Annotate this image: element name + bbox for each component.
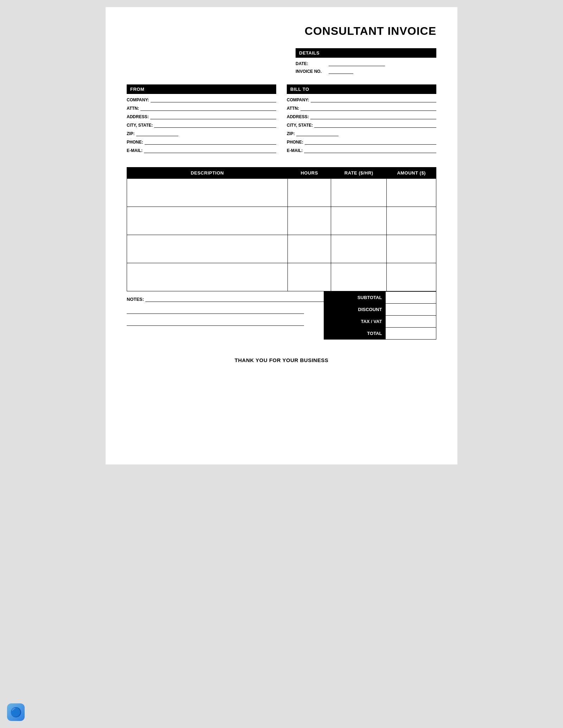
total-value[interactable] bbox=[386, 328, 436, 340]
from-phone-field[interactable] bbox=[145, 140, 276, 145]
from-phone-row: PHONE: bbox=[127, 140, 276, 145]
from-zip-label: ZIP: bbox=[127, 131, 135, 136]
notes-area: NOTES: bbox=[127, 291, 324, 340]
desc-cell-2[interactable] bbox=[127, 207, 288, 235]
rate-cell-2[interactable] bbox=[331, 207, 387, 235]
totals-area: SUBTOTAL DISCOUNT TAX / VAT TOTAL bbox=[324, 291, 436, 340]
notes-row: NOTES: bbox=[127, 297, 324, 302]
billto-company-label: COMPANY: bbox=[287, 97, 309, 102]
from-address-field[interactable] bbox=[150, 114, 276, 119]
billto-phone-field[interactable] bbox=[305, 140, 436, 145]
table-row bbox=[127, 207, 436, 235]
from-city-state-row: CITY, STATE: bbox=[127, 123, 276, 128]
notes-extra bbox=[127, 309, 324, 326]
from-email-label: E-MAIL: bbox=[127, 148, 143, 153]
billto-header: BILL TO bbox=[287, 84, 436, 94]
subtotal-value[interactable] bbox=[386, 292, 436, 304]
totals-table: SUBTOTAL DISCOUNT TAX / VAT TOTAL bbox=[324, 291, 436, 340]
finder-icon[interactable]: 🔵 bbox=[7, 703, 25, 721]
bottom-section: NOTES: SUBTOTAL DISCOUNT TAX / VAT bbox=[127, 291, 436, 340]
from-email-field[interactable] bbox=[144, 148, 276, 153]
hours-cell-3[interactable] bbox=[288, 235, 331, 263]
billto-phone-label: PHONE: bbox=[287, 140, 303, 145]
table-row bbox=[127, 263, 436, 291]
table-row bbox=[127, 179, 436, 207]
billto-city-state-row: CITY, STATE: bbox=[287, 123, 436, 128]
from-company-label: COMPANY: bbox=[127, 97, 149, 102]
col-amount: AMOUNT ($) bbox=[387, 167, 436, 179]
extra-line-1[interactable] bbox=[127, 309, 304, 314]
amount-cell-1[interactable] bbox=[387, 179, 436, 207]
billto-email-row: E-MAIL: bbox=[287, 148, 436, 153]
from-company-row: COMPANY: bbox=[127, 97, 276, 102]
from-email-row: E-MAIL: bbox=[127, 148, 276, 153]
from-attn-field[interactable] bbox=[140, 106, 276, 111]
notes-label-text: NOTES: bbox=[127, 297, 144, 302]
from-company-field[interactable] bbox=[151, 97, 276, 102]
from-billto-section: FROM COMPANY: ATTN: ADDRESS: CITY, STATE… bbox=[127, 84, 436, 157]
total-row: TOTAL bbox=[324, 328, 436, 340]
date-field[interactable] bbox=[329, 61, 385, 66]
from-address-row: ADDRESS: bbox=[127, 114, 276, 119]
desc-cell-1[interactable] bbox=[127, 179, 288, 207]
from-attn-label: ATTN: bbox=[127, 106, 139, 111]
notes-field[interactable] bbox=[145, 297, 324, 302]
date-label: DATE: bbox=[296, 61, 327, 66]
desc-cell-3[interactable] bbox=[127, 235, 288, 263]
table-row bbox=[127, 235, 436, 263]
hours-cell-4[interactable] bbox=[288, 263, 331, 291]
invoice-title: CONSULTANT INVOICE bbox=[127, 25, 436, 38]
subtotal-row: SUBTOTAL bbox=[324, 292, 436, 304]
subtotal-label: SUBTOTAL bbox=[324, 292, 386, 304]
discount-value[interactable] bbox=[386, 304, 436, 316]
amount-cell-2[interactable] bbox=[387, 207, 436, 235]
billto-zip-label: ZIP: bbox=[287, 131, 295, 136]
billto-phone-row: PHONE: bbox=[287, 140, 436, 145]
amount-cell-4[interactable] bbox=[387, 263, 436, 291]
invoice-table: DESCRIPTION HOURS RATE ($/HR) AMOUNT ($) bbox=[127, 167, 436, 291]
billto-column: BILL TO COMPANY: ATTN: ADDRESS: CITY, ST… bbox=[287, 84, 436, 157]
col-hours: HOURS bbox=[288, 167, 331, 179]
rate-cell-4[interactable] bbox=[331, 263, 387, 291]
extra-line-2[interactable] bbox=[127, 321, 304, 326]
from-city-state-field[interactable] bbox=[154, 123, 276, 128]
thank-you-text: THANK YOU FOR YOUR BUSINESS bbox=[127, 357, 436, 363]
total-label: TOTAL bbox=[324, 328, 386, 340]
from-address-label: ADDRESS: bbox=[127, 114, 149, 119]
invoice-no-field[interactable] bbox=[329, 69, 353, 74]
billto-address-label: ADDRESS: bbox=[287, 114, 309, 119]
invoice-page: CONSULTANT INVOICE DETAILS DATE: INVOICE… bbox=[106, 7, 457, 464]
details-header: DETAILS bbox=[296, 48, 436, 58]
billto-zip-field[interactable] bbox=[296, 131, 339, 136]
tax-label: TAX / VAT bbox=[324, 316, 386, 328]
billto-email-field[interactable] bbox=[304, 148, 436, 153]
from-zip-field[interactable] bbox=[136, 131, 178, 136]
discount-label: DISCOUNT bbox=[324, 304, 386, 316]
from-city-state-label: CITY, STATE: bbox=[127, 123, 153, 128]
desc-cell-4[interactable] bbox=[127, 263, 288, 291]
billto-attn-field[interactable] bbox=[301, 106, 436, 111]
discount-row: DISCOUNT bbox=[324, 304, 436, 316]
billto-address-row: ADDRESS: bbox=[287, 114, 436, 119]
tax-row: TAX / VAT bbox=[324, 316, 436, 328]
hours-cell-2[interactable] bbox=[288, 207, 331, 235]
billto-email-label: E-MAIL: bbox=[287, 148, 303, 153]
amount-cell-3[interactable] bbox=[387, 235, 436, 263]
billto-attn-row: ATTN: bbox=[287, 106, 436, 111]
from-attn-row: ATTN: bbox=[127, 106, 276, 111]
billto-city-state-field[interactable] bbox=[314, 123, 436, 128]
tax-value[interactable] bbox=[386, 316, 436, 328]
billto-company-field[interactable] bbox=[311, 97, 436, 102]
rate-cell-1[interactable] bbox=[331, 179, 387, 207]
billto-address-field[interactable] bbox=[310, 114, 436, 119]
from-header: FROM bbox=[127, 84, 276, 94]
billto-attn-label: ATTN: bbox=[287, 106, 299, 111]
hours-cell-1[interactable] bbox=[288, 179, 331, 207]
date-row: DATE: bbox=[296, 61, 436, 66]
col-description: DESCRIPTION bbox=[127, 167, 288, 179]
invoice-no-label: INVOICE NO. bbox=[296, 69, 327, 74]
from-phone-label: PHONE: bbox=[127, 140, 143, 145]
invoice-no-row: INVOICE NO. bbox=[296, 69, 436, 74]
rate-cell-3[interactable] bbox=[331, 235, 387, 263]
table-header-row: DESCRIPTION HOURS RATE ($/HR) AMOUNT ($) bbox=[127, 167, 436, 179]
